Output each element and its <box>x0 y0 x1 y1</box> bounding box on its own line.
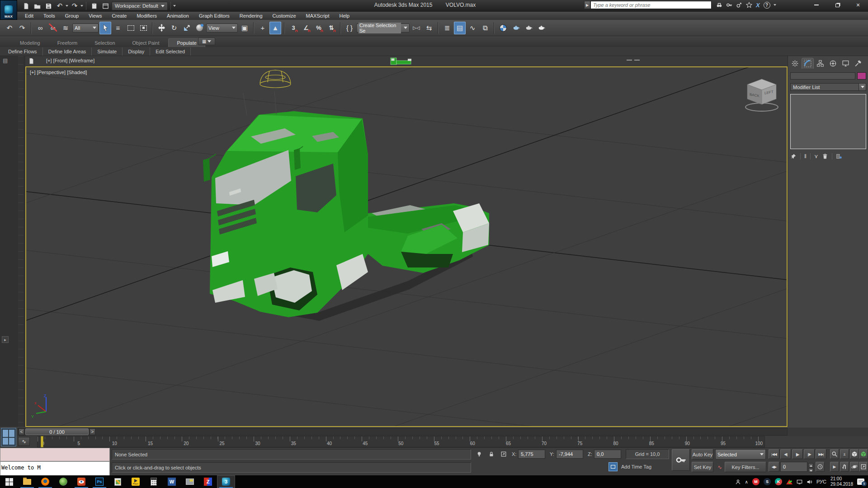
macro-recorder-pane[interactable] <box>0 448 110 461</box>
menu-item[interactable]: Group <box>60 12 84 20</box>
ribbon-tab[interactable]: Object Paint <box>124 39 168 47</box>
menu-item[interactable]: Create <box>107 12 132 20</box>
zoom-extents-all-icon[interactable] <box>859 449 868 459</box>
key-filters-curve-icon[interactable]: ∿ <box>715 463 724 472</box>
restore-button[interactable] <box>833 1 842 9</box>
key-filter-selected-dropdown[interactable]: Selected <box>715 449 766 460</box>
viewport-layout-tabs-icon[interactable]: ▤ <box>3 57 8 64</box>
key-mode-toggle[interactable]: ◀▶ <box>769 462 779 472</box>
percent-snap-toggle-icon[interactable]: % <box>313 22 325 34</box>
x-coordinate-field[interactable]: 5,775 <box>518 450 545 459</box>
select-and-scale-icon[interactable] <box>181 22 193 34</box>
people-tray-icon[interactable] <box>735 479 741 485</box>
isolate-selection-icon[interactable] <box>475 450 484 459</box>
time-slider-handle[interactable]: 0 / 100 <box>25 428 89 435</box>
show-end-result-icon[interactable]: ‖ <box>804 153 807 160</box>
field-of-view-icon[interactable]: ▶ <box>830 462 839 472</box>
bind-to-space-warp-icon[interactable]: ≋ <box>60 22 71 34</box>
object-name-field[interactable] <box>790 72 855 80</box>
previous-frame-arrow[interactable]: < <box>19 428 24 435</box>
perspective-viewport[interactable]: [+] [Perspective] [Shaded] BACK LEFT Z x… <box>25 66 788 427</box>
material-editor-icon[interactable] <box>497 22 509 34</box>
select-and-manipulate-icon[interactable] <box>193 22 205 34</box>
select-and-link-icon[interactable]: ∞ <box>34 22 46 34</box>
exchange-apps-icon[interactable]: X <box>756 2 760 9</box>
viewport-canvas[interactable] <box>26 67 787 426</box>
auto-key-button[interactable]: Auto Key <box>692 449 713 460</box>
save-file-button[interactable] <box>43 1 53 10</box>
new-scene-button[interactable] <box>21 1 31 10</box>
redo-button[interactable]: ↷ <box>70 1 80 10</box>
y-coordinate-field[interactable]: -7,944 <box>556 450 583 459</box>
search-flyout-icon[interactable]: ▶ <box>584 1 590 9</box>
viewport-splitter-handle[interactable] <box>634 60 640 61</box>
taskbar-screen-tool[interactable]: 99 <box>181 475 199 488</box>
volume-tray-icon[interactable] <box>807 479 812 485</box>
action-center-icon[interactable]: 5 <box>857 479 864 485</box>
rectangular-selection-region-icon[interactable] <box>125 22 137 34</box>
orbit-icon[interactable] <box>850 462 859 472</box>
layer-manager-icon[interactable]: ≣ <box>441 22 453 34</box>
project-folder-button[interactable] <box>89 1 99 10</box>
previous-frame-button[interactable]: ◀|| <box>780 449 791 459</box>
menu-item[interactable]: Views <box>84 12 107 20</box>
selection-lock-icon[interactable] <box>487 450 496 459</box>
selection-filter-dropdown[interactable]: All <box>72 23 99 33</box>
taskbar-firefox[interactable] <box>36 475 54 488</box>
taskbar-photoshop[interactable]: Ps <box>90 475 108 488</box>
schematic-view-icon[interactable]: ⧉ <box>479 22 491 34</box>
taskbar-zona[interactable]: Z <box>199 475 217 488</box>
qat-customize-icon[interactable] <box>173 5 176 7</box>
minimize-button[interactable] <box>812 1 821 9</box>
modifier-stack[interactable] <box>790 94 866 149</box>
start-button[interactable] <box>0 475 18 488</box>
open-mini-curve-editor-button[interactable]: ∿ <box>18 437 30 446</box>
dome-helper-object[interactable] <box>260 70 291 88</box>
redo-icon[interactable]: ↷ <box>16 22 28 34</box>
redo-dropdown-icon[interactable] <box>80 5 83 7</box>
align-icon[interactable]: ⇆ <box>423 22 435 34</box>
current-frame-marker[interactable] <box>41 436 43 447</box>
communication-center-taskbar-icon[interactable] <box>609 462 618 471</box>
frame-spinner[interactable] <box>808 463 813 472</box>
undo-button[interactable]: ↶ <box>55 1 65 10</box>
current-frame-field[interactable]: 0 <box>780 462 807 472</box>
go-to-start-button[interactable]: |◀◀ <box>769 449 779 459</box>
truck-front-view-wireframe[interactable] <box>390 56 413 66</box>
help-dropdown-icon[interactable] <box>774 4 776 6</box>
modifier-list-dropdown[interactable]: Modifier List <box>790 83 866 91</box>
configure-modifier-sets-icon[interactable] <box>836 153 842 160</box>
layout-flyout-arrow-icon[interactable]: ▸ <box>2 336 9 343</box>
render-setup-icon[interactable] <box>510 22 522 34</box>
maximize-viewport-toggle-icon[interactable] <box>859 462 868 472</box>
spinner-snap-toggle-icon[interactable]: ⇅ <box>326 22 337 34</box>
tab-hierarchy-icon[interactable] <box>814 58 826 69</box>
undo-icon[interactable]: ↶ <box>4 22 15 34</box>
menu-item[interactable]: Edit <box>20 12 38 20</box>
tab-display-icon[interactable] <box>840 58 852 69</box>
reference-coordinate-system-dropdown[interactable]: View <box>206 23 238 33</box>
time-configuration-icon[interactable] <box>816 462 825 472</box>
kaspersky-tray-icon[interactable]: K <box>775 478 782 485</box>
taskbar-tor-browser[interactable] <box>54 475 72 488</box>
mirror-icon[interactable]: ▷◁ <box>410 22 422 34</box>
tab-utilities-icon[interactable] <box>852 58 864 69</box>
add-time-tag-label[interactable]: Add Time Tag <box>621 464 651 469</box>
workspace-dropdown[interactable]: Workspace: Default <box>112 2 168 10</box>
truck-model[interactable] <box>203 91 489 321</box>
menu-item[interactable]: Tools <box>38 12 60 20</box>
object-color-swatch[interactable] <box>857 72 866 80</box>
mega-tray-icon[interactable]: M <box>752 478 760 485</box>
edit-named-selection-sets-icon[interactable]: { } <box>344 22 355 34</box>
front-viewport-label[interactable]: [+] [Front] [Wireframe] <box>46 58 94 63</box>
ribbon-tab[interactable]: Freeform <box>49 39 86 47</box>
select-and-move-icon[interactable] <box>156 22 167 34</box>
network-tray-icon[interactable] <box>797 479 802 485</box>
close-button[interactable]: × <box>854 1 863 9</box>
listener-pane[interactable]: Welcome to M <box>0 461 110 476</box>
unlink-selection-icon[interactable]: ∞ <box>47 22 59 34</box>
front-viewport-strip[interactable]: [+] [Front] [Wireframe] <box>25 56 788 66</box>
taskbar-notepad[interactable] <box>108 475 127 488</box>
zoom-extents-icon[interactable] <box>850 449 859 459</box>
curve-editor-icon[interactable]: ∿ <box>467 22 478 34</box>
